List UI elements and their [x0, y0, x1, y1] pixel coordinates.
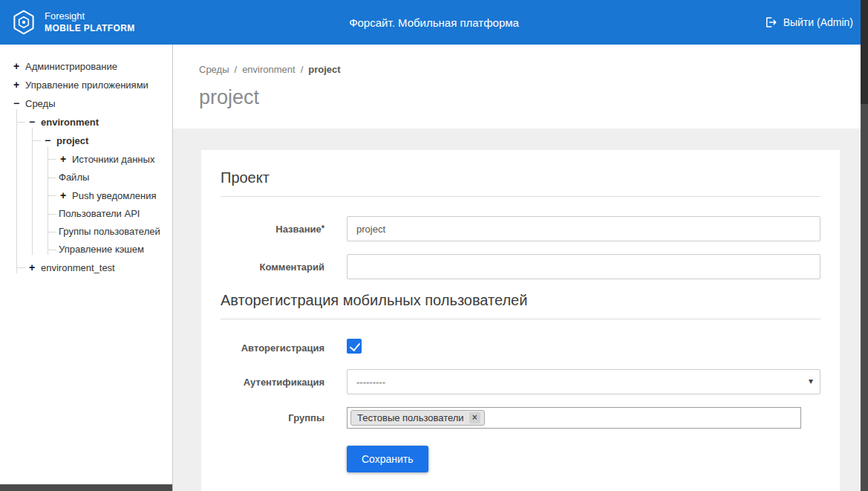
logout-button[interactable]: Выйти (Admin) — [764, 16, 853, 29]
collapse-icon[interactable]: − — [12, 97, 21, 109]
page-title: project — [199, 86, 868, 109]
tree-label[interactable]: Файлы — [59, 172, 89, 183]
name-row: Название* — [221, 216, 820, 241]
tree-item-files[interactable]: Файлы — [48, 165, 172, 183]
project-form-card: Проект Название* Комментарий — [201, 150, 840, 491]
collapse-icon[interactable]: − — [27, 116, 36, 128]
tree-label[interactable]: Группы пользователей — [59, 226, 160, 237]
name-label-text: Название — [275, 224, 321, 235]
tree-item-environment[interactable]: − environment − project — [17, 109, 172, 255]
tree-label[interactable]: Пользователи API — [59, 208, 140, 219]
authentication-row: Аутентификация --------- — [221, 369, 820, 394]
nav-tree: + Администрирование + Управление приложе… — [0, 45, 172, 273]
authentication-label: Аутентификация — [221, 377, 324, 388]
page-header: Среды / environment / project project — [173, 45, 868, 129]
brand-home-link[interactable]: Foresight MOBILE PLATFORM — [10, 9, 135, 36]
tree-item-cache-management[interactable]: Управление кэшем — [48, 237, 172, 255]
tree-label[interactable]: Push уведомления — [72, 190, 157, 201]
group-tag-label: Тестовые пользователи — [357, 412, 464, 423]
authentication-select-wrap: --------- — [347, 369, 820, 394]
tree-item-user-groups[interactable]: Группы пользователей — [48, 219, 172, 237]
foresight-logo-icon — [10, 9, 37, 36]
brand-subtitle: MOBILE PLATFORM — [45, 23, 135, 34]
breadcrumb-separator: / — [235, 64, 238, 75]
tree-item-push-notifications[interactable]: + Push уведомления — [48, 183, 172, 201]
groups-multiselect[interactable]: Тестовые пользователи × — [347, 407, 801, 429]
actions-row: Сохранить — [221, 441, 820, 472]
save-button[interactable]: Сохранить — [347, 446, 428, 472]
brand-name: Foresight — [45, 10, 135, 22]
expand-icon[interactable]: + — [59, 189, 68, 201]
tree-label[interactable]: Среды — [25, 98, 56, 109]
tree-item-app-management[interactable]: + Управление приложениями — [12, 72, 172, 91]
tree-label[interactable]: Администрирование — [25, 61, 117, 72]
breadcrumb-environment[interactable]: environment — [242, 64, 296, 75]
autoregistration-label: Авторегистрация — [221, 342, 324, 354]
breadcrumb-current: project — [308, 64, 340, 75]
tree-label[interactable]: Управление кэшем — [59, 244, 144, 255]
section-title-autoregistration: Авторегистрация мобильных пользователей — [221, 292, 820, 319]
comment-label: Комментарий — [221, 261, 324, 273]
group-tag: Тестовые пользователи × — [350, 410, 485, 426]
expand-icon[interactable]: + — [12, 79, 21, 91]
section-title-project: Проект — [221, 169, 820, 197]
main-layout: + Администрирование + Управление приложе… — [0, 45, 868, 491]
groups-label: Группы — [221, 412, 324, 423]
autoregistration-checkbox[interactable] — [347, 339, 362, 354]
top-bar: Foresight MOBILE PLATFORM Форсайт. Мобил… — [0, 0, 868, 45]
name-label: Название* — [221, 224, 324, 235]
logout-icon — [764, 16, 777, 29]
sidebar: + Администрирование + Управление приложе… — [0, 45, 173, 491]
tree-label[interactable]: environment_test — [41, 262, 115, 273]
tree-label[interactable]: project — [56, 135, 88, 146]
tree-item-administration[interactable]: + Администрирование — [12, 53, 172, 72]
vertical-scrollbar[interactable] — [861, 0, 868, 491]
tree-item-api-users[interactable]: Пользователи API — [48, 201, 172, 219]
tree-item-environment-test[interactable]: + environment_test — [17, 255, 172, 273]
tree-label[interactable]: Управление приложениями — [25, 79, 149, 91]
comment-input[interactable] — [347, 254, 820, 279]
remove-tag-icon[interactable]: × — [469, 412, 480, 423]
tree-item-project[interactable]: − project + Источники данных — [33, 128, 172, 255]
expand-icon[interactable]: + — [59, 153, 68, 165]
breadcrumb-environments[interactable]: Среды — [199, 64, 229, 75]
expand-icon[interactable]: + — [12, 60, 21, 72]
collapse-icon[interactable]: − — [43, 134, 52, 146]
sidebar-horizontal-scrollbar[interactable] — [0, 484, 173, 491]
vertical-scrollbar-thumb[interactable] — [861, 0, 868, 104]
tree-item-datasources[interactable]: + Источники данных — [48, 146, 172, 165]
tree-item-environments[interactable]: − Среды − environment — [12, 91, 172, 273]
name-input[interactable] — [347, 216, 820, 241]
content-area: Проект Название* Комментарий — [173, 129, 868, 491]
authentication-select[interactable]: --------- — [347, 369, 820, 394]
breadcrumb: Среды / environment / project — [199, 64, 868, 75]
autoregistration-row: Авторегистрация — [221, 339, 820, 357]
required-asterisk: * — [322, 224, 324, 233]
groups-row: Группы Тестовые пользователи × — [221, 407, 820, 429]
main-content: Среды / environment / project project Пр… — [173, 45, 868, 491]
breadcrumb-separator: / — [301, 64, 304, 75]
comment-row: Комментарий — [221, 254, 820, 279]
app-window: Foresight MOBILE PLATFORM Форсайт. Мобил… — [0, 0, 868, 491]
tree-label[interactable]: Источники данных — [72, 154, 154, 165]
tree-label[interactable]: environment — [41, 117, 99, 128]
brand-text: Foresight MOBILE PLATFORM — [45, 10, 135, 33]
expand-icon[interactable]: + — [27, 261, 36, 273]
logout-label: Выйти (Admin) — [783, 16, 853, 28]
